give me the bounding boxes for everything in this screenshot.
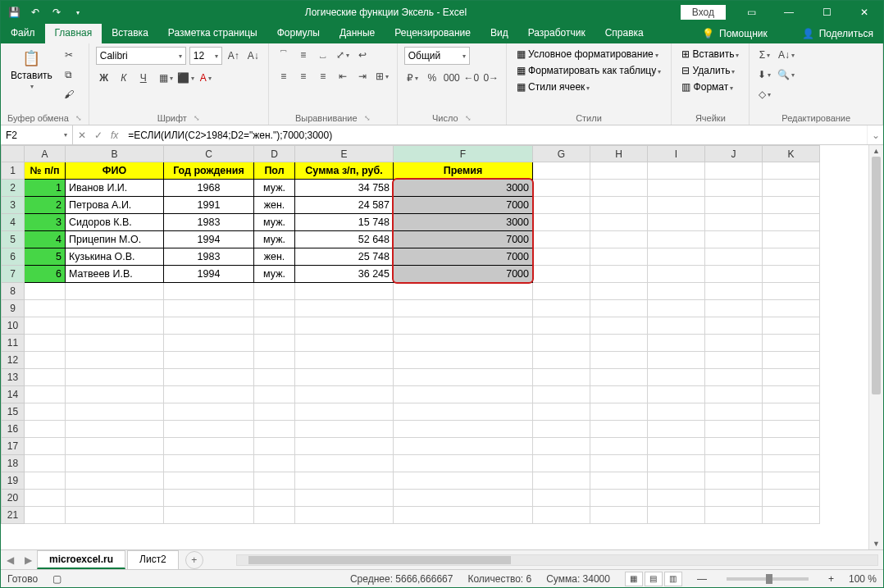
font-name-combo[interactable]: Calibri▾ <box>96 47 186 65</box>
name-box[interactable]: F2▾ <box>1 125 73 144</box>
cell[interactable] <box>66 507 164 524</box>
cell[interactable] <box>533 369 590 386</box>
cell[interactable]: муж. <box>254 214 295 231</box>
cell[interactable] <box>394 438 533 455</box>
cell[interactable] <box>763 231 820 248</box>
tab-справка[interactable]: Справка <box>595 24 654 43</box>
cell[interactable]: муж. <box>254 266 295 283</box>
font-color-icon[interactable]: A▾ <box>198 70 214 86</box>
cell[interactable] <box>533 472 590 490</box>
dialog-launcher-icon[interactable]: ⤡ <box>465 114 472 122</box>
tab-главная[interactable]: Главная <box>45 24 103 43</box>
cell[interactable] <box>25 472 66 490</box>
cell[interactable] <box>533 438 590 455</box>
cell[interactable] <box>590 352 648 369</box>
cell[interactable] <box>705 352 763 369</box>
cell[interactable] <box>590 386 648 403</box>
fill-icon[interactable]: ⬇▾ <box>756 66 772 83</box>
cell[interactable] <box>533 231 590 248</box>
row-header[interactable]: 21 <box>2 507 25 524</box>
tab-вид[interactable]: Вид <box>481 24 518 43</box>
dialog-launcher-icon[interactable]: ⤡ <box>194 114 200 122</box>
cell[interactable] <box>705 507 763 524</box>
scroll-up-icon[interactable]: ▲ <box>869 145 883 157</box>
cancel-formula-icon[interactable]: ✕ <box>78 130 86 141</box>
cell[interactable]: 1994 <box>164 231 254 248</box>
cell[interactable] <box>295 455 394 472</box>
cell[interactable] <box>533 283 590 300</box>
align-bottom-icon[interactable]: ⎵ <box>315 47 331 63</box>
row-header[interactable]: 14 <box>2 386 25 403</box>
cell[interactable] <box>590 472 648 490</box>
cell[interactable]: муж. <box>254 231 295 248</box>
cell[interactable]: 36 245 <box>295 266 394 283</box>
fill-color-icon[interactable]: ⬛▾ <box>178 70 194 86</box>
cell[interactable]: Год рождения <box>164 162 254 180</box>
cell[interactable] <box>394 472 533 490</box>
merge-icon[interactable]: ⊞▾ <box>374 68 390 84</box>
ribbon-options-icon[interactable]: ▭ <box>732 1 770 24</box>
row-header[interactable]: 1 <box>2 162 25 180</box>
cell[interactable] <box>164 352 254 369</box>
column-header[interactable]: F <box>394 146 533 162</box>
cell[interactable] <box>705 283 763 300</box>
cell[interactable] <box>590 317 648 335</box>
enter-formula-icon[interactable]: ✓ <box>94 130 103 141</box>
clear-icon[interactable]: ◇▾ <box>756 86 772 103</box>
autosum-icon[interactable]: Σ▾ <box>756 47 772 63</box>
cell[interactable] <box>533 386 590 403</box>
share-button[interactable]: Поделиться <box>819 28 873 39</box>
cell[interactable] <box>25 421 66 438</box>
column-header[interactable]: C <box>164 146 254 162</box>
border-icon[interactable]: ▦▾ <box>158 70 175 86</box>
close-icon[interactable]: ✕ <box>845 1 883 24</box>
undo-icon[interactable]: ↶ <box>29 6 42 19</box>
cell[interactable]: жен. <box>254 248 295 266</box>
cell[interactable] <box>394 490 533 507</box>
cell[interactable] <box>254 421 295 438</box>
cell[interactable]: 4 <box>25 231 66 248</box>
cell[interactable] <box>648 248 705 266</box>
cell[interactable] <box>763 490 820 507</box>
cell[interactable] <box>25 507 66 524</box>
cell[interactable] <box>164 421 254 438</box>
align-right-icon[interactable]: ≡ <box>315 68 331 84</box>
cell[interactable] <box>590 507 648 524</box>
decrease-font-icon[interactable]: A↓ <box>245 48 262 64</box>
copy-icon[interactable]: ⧉ <box>61 66 77 83</box>
cell-styles-button[interactable]: ▦ Стили ячеек▾ <box>513 80 594 94</box>
cell[interactable] <box>705 472 763 490</box>
cell[interactable] <box>763 421 820 438</box>
column-header[interactable]: I <box>648 146 705 162</box>
tab-формулы[interactable]: Формулы <box>267 24 330 43</box>
cell[interactable] <box>164 472 254 490</box>
cell[interactable] <box>590 369 648 386</box>
cell[interactable]: 24 587 <box>295 197 394 214</box>
cell[interactable] <box>648 472 705 490</box>
cell[interactable] <box>705 369 763 386</box>
conditional-format-button[interactable]: ▦ Условное форматирование▾ <box>513 47 662 62</box>
cell[interactable] <box>763 300 820 317</box>
cell[interactable] <box>648 438 705 455</box>
cell[interactable]: 7000 <box>394 197 533 214</box>
row-header[interactable]: 10 <box>2 317 25 335</box>
cell[interactable] <box>648 317 705 335</box>
cell[interactable] <box>533 403 590 421</box>
cell[interactable] <box>705 162 763 180</box>
cell[interactable] <box>705 490 763 507</box>
cell[interactable] <box>295 386 394 403</box>
cell[interactable] <box>590 214 648 231</box>
cell[interactable] <box>533 214 590 231</box>
sheet-tab[interactable]: microexcel.ru <box>37 550 125 569</box>
cell[interactable] <box>705 180 763 197</box>
cell[interactable] <box>295 335 394 352</box>
cell[interactable]: Сумма з/п, руб. <box>295 162 394 180</box>
cell[interactable]: Иванов И.И. <box>66 180 164 197</box>
cell[interactable] <box>705 197 763 214</box>
cell[interactable] <box>763 214 820 231</box>
cell[interactable] <box>648 197 705 214</box>
cell[interactable] <box>648 300 705 317</box>
column-header[interactable]: K <box>763 146 820 162</box>
cell[interactable]: 2 <box>25 197 66 214</box>
cell[interactable]: 7000 <box>394 266 533 283</box>
